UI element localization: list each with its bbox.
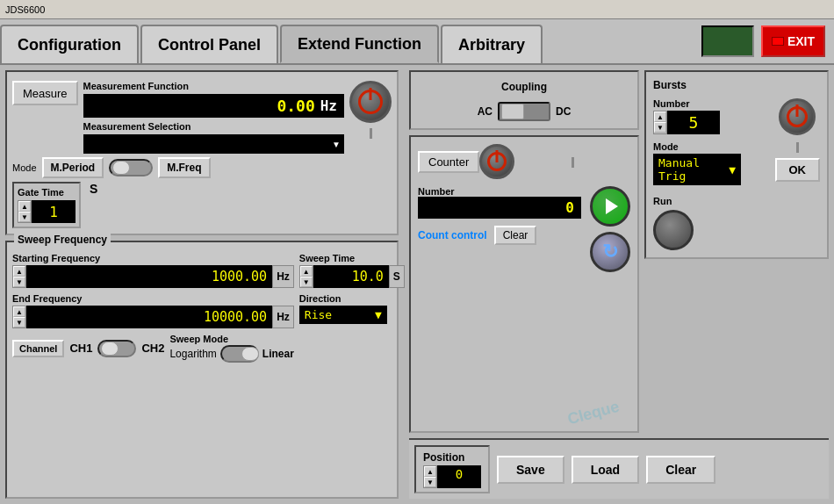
- toggle-thumb: [112, 161, 130, 175]
- measure-button[interactable]: Measure: [12, 81, 78, 105]
- bursts-mode-dropdown[interactable]: Manual Trig ▼: [653, 154, 741, 185]
- coupling-counter-panel: Coupling AC DC Counter: [409, 70, 639, 433]
- position-down[interactable]: ▼: [424, 477, 436, 487]
- end-freq-arrows: ▲ ▼: [12, 306, 26, 328]
- dc-label: DC: [556, 105, 571, 118]
- play-button[interactable]: [590, 186, 630, 227]
- counter-number-label: Number: [418, 186, 581, 197]
- m-period-button[interactable]: M.Period: [42, 157, 104, 178]
- channel-row: Channel CH1 CH2 Sweep Mode Logarithm: [12, 334, 294, 363]
- counter-inner: Number 0 Count control Clear: [418, 186, 630, 272]
- header-right: EXIT: [701, 25, 834, 63]
- end-freq-hz: Hz: [272, 306, 294, 328]
- sweep-time-up[interactable]: ▲: [300, 266, 313, 277]
- bursts-num-down[interactable]: ▼: [654, 122, 666, 133]
- start-freq-down[interactable]: ▼: [13, 277, 25, 287]
- measurement-display: 0.00 Hz: [83, 94, 344, 118]
- end-freq-up[interactable]: ▲: [13, 306, 25, 317]
- bursts-panel: Bursts Number ▲ ▼ 5: [644, 70, 829, 433]
- counter-power-button[interactable]: [479, 144, 514, 179]
- counter-power-line: [572, 157, 574, 168]
- sweep-time-display: 10.0: [313, 265, 389, 288]
- counter-clear-button[interactable]: Clear: [494, 226, 537, 245]
- direction-value: Rise: [305, 308, 332, 321]
- bursts-number-row: Number ▲ ▼ 5: [653, 98, 768, 134]
- watermark: Cleque: [565, 398, 621, 429]
- coupling-panel-label: Coupling: [498, 81, 550, 93]
- direction-dropdown[interactable]: Rise ▼: [299, 306, 387, 324]
- gate-up-arrow[interactable]: ▲: [18, 201, 31, 212]
- measurement-value: 0.00: [277, 97, 314, 115]
- bursts-run-knob[interactable]: [653, 210, 694, 250]
- sweep-time-arrows: ▲ ▼: [299, 265, 313, 288]
- sweep-time-label: Sweep Time: [299, 253, 405, 263]
- end-freq-down[interactable]: ▼: [13, 317, 25, 328]
- bursts-header: Bursts: [653, 79, 820, 91]
- window-title: JDS6600: [5, 4, 45, 15]
- linear-label: Linear: [262, 348, 294, 360]
- ch-toggle[interactable]: [97, 340, 136, 357]
- sweep-mode-thumb: [241, 347, 259, 361]
- tab-arbitrary[interactable]: Arbitrary: [441, 25, 543, 63]
- coupling-toggle[interactable]: [498, 102, 550, 121]
- bursts-mode-label: Mode: [653, 141, 768, 152]
- gate-section: Gate Time ▲ ▼ 1 S: [12, 182, 392, 228]
- ok-button[interactable]: OK: [775, 158, 821, 182]
- counter-number-value: 0: [565, 199, 574, 216]
- sweep-mode-label: Sweep Mode: [169, 334, 293, 344]
- measurement-selection-label: Measurement Selection: [83, 121, 344, 132]
- left-panel: Measure Measurement Function 0.00 Hz Mea…: [0, 65, 404, 504]
- measurement-function-label: Measurement Function: [83, 81, 344, 91]
- mode-label: Mode: [12, 162, 37, 173]
- direction-arrow-icon: ▼: [375, 308, 382, 321]
- sweep-time-input-row: ▲ ▼ 10.0 S: [299, 265, 405, 288]
- start-freq-up[interactable]: ▲: [13, 266, 25, 277]
- counter-header: Counter: [418, 144, 630, 179]
- counter-panel: Counter Number 0 Cou: [409, 135, 639, 433]
- starting-freq-input-row: ▲ ▼ 1000.00 Hz: [12, 265, 294, 288]
- position-up[interactable]: ▲: [424, 466, 436, 477]
- bursts-run-row: Run: [653, 196, 768, 250]
- tab-control-panel[interactable]: Control Panel: [140, 25, 278, 63]
- position-value: 0: [437, 465, 481, 488]
- counter-number-display: 0: [418, 197, 581, 219]
- ch-toggle-thumb: [101, 342, 119, 356]
- bursts-power-line: [796, 142, 799, 153]
- sweep-time-field: Sweep Time ▲ ▼ 10.0 S: [299, 253, 405, 288]
- bursts-mode-row: Mode Manual Trig ▼: [653, 141, 768, 185]
- sweep-mode-toggle[interactable]: [220, 345, 259, 363]
- starting-freq-field: Starting Frequency ▲ ▼ 1000.00 Hz: [12, 253, 294, 288]
- counter-power-icon: [487, 152, 507, 171]
- counter-button[interactable]: Counter: [418, 151, 479, 173]
- starting-freq-label: Starting Frequency: [12, 253, 294, 263]
- mode-toggle[interactable]: [109, 159, 153, 176]
- refresh-icon: ↻: [602, 241, 618, 263]
- ch1-label: CH1: [69, 342, 92, 355]
- direction-field: Direction Rise ▼: [299, 293, 405, 324]
- count-control-label[interactable]: Count control: [418, 229, 487, 241]
- gate-box: Gate Time ▲ ▼ 1: [12, 182, 81, 228]
- ch2-label: CH2: [141, 342, 164, 355]
- exit-button[interactable]: EXIT: [761, 25, 825, 57]
- save-button[interactable]: Save: [497, 456, 564, 484]
- measurement-selection-dropdown[interactable]: ▼: [83, 134, 344, 154]
- m-freq-button[interactable]: M.Freq: [158, 157, 210, 178]
- bursts-run-label: Run: [653, 196, 768, 206]
- tab-extend-function[interactable]: Extend Function: [280, 25, 439, 63]
- measure-power-button[interactable]: [349, 81, 392, 123]
- refresh-button[interactable]: ↻: [590, 232, 630, 272]
- tab-configuration[interactable]: Configuration: [0, 25, 139, 63]
- bursts-num-up[interactable]: ▲: [654, 112, 666, 122]
- counter-controls: ↻: [590, 186, 630, 272]
- bursts-mode-arrow-icon: ▼: [729, 163, 736, 176]
- counter-number-section: Number 0 Count control Clear: [418, 186, 581, 245]
- sweep-time-down[interactable]: ▼: [300, 277, 313, 287]
- right-panel: Coupling AC DC Counter: [404, 65, 834, 504]
- play-icon: [606, 198, 618, 214]
- bursts-power-icon: [787, 106, 808, 127]
- bursts-power-button[interactable]: [779, 98, 816, 135]
- load-button[interactable]: Load: [572, 456, 639, 484]
- start-freq-hz: Hz: [272, 265, 294, 288]
- clear-button[interactable]: Clear: [646, 456, 715, 484]
- gate-down-arrow[interactable]: ▼: [18, 212, 31, 222]
